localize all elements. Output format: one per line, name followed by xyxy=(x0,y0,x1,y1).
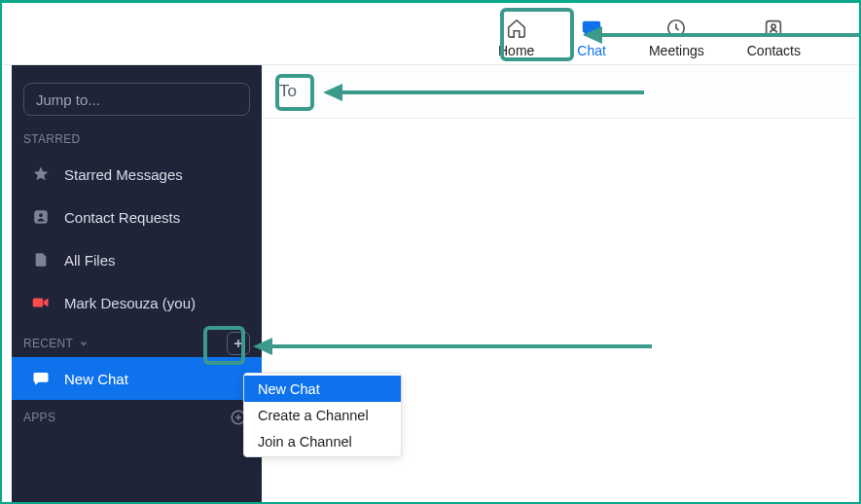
section-header-apps: APPS xyxy=(12,404,262,431)
nav-chat[interactable]: Chat xyxy=(577,18,606,58)
nav-chat-label: Chat xyxy=(577,43,606,58)
nav-home-label: Home xyxy=(498,43,534,58)
compose-to-label: To xyxy=(273,80,303,103)
star-icon xyxy=(31,164,51,184)
top-nav: Home Chat Meetings Contacts xyxy=(2,3,859,65)
nav-home[interactable]: Home xyxy=(498,18,534,58)
svg-rect-5 xyxy=(33,299,44,307)
dropdown-item-label: Create a Channel xyxy=(258,408,369,423)
sidebar-item-contact-requests[interactable]: Contact Requests xyxy=(12,196,262,238)
home-icon xyxy=(506,18,527,39)
sidebar-item-all-files[interactable]: All Files xyxy=(12,238,262,281)
sidebar-item-new-chat[interactable]: New Chat xyxy=(12,357,262,400)
person-icon xyxy=(31,207,51,227)
dropdown-item-label: Join a Channel xyxy=(258,434,352,450)
svg-point-4 xyxy=(39,213,43,217)
nav-contacts[interactable]: Contacts xyxy=(747,18,801,58)
starred-title: STARRED xyxy=(23,132,81,146)
chat-bubble-icon xyxy=(31,369,51,388)
contacts-icon xyxy=(763,18,784,39)
nav-items: Home Chat Meetings Contacts xyxy=(498,10,859,58)
sidebar-item-starred-messages[interactable]: Starred Messages xyxy=(12,153,262,196)
clock-icon xyxy=(665,18,687,39)
sidebar-item-label: Mark Desouza (you) xyxy=(64,295,196,311)
jump-to-placeholder: Jump to... xyxy=(36,91,100,108)
sidebar-item-label: Contact Requests xyxy=(64,209,180,226)
jump-to-input[interactable]: Jump to... xyxy=(23,83,250,116)
sidebar-item-label: Starred Messages xyxy=(64,166,183,183)
nav-meetings[interactable]: Meetings xyxy=(649,18,704,58)
section-header-starred: STARRED xyxy=(12,126,262,153)
dropdown-new-chat[interactable]: New Chat xyxy=(244,376,401,402)
compose-input[interactable] xyxy=(308,78,847,105)
sidebar: Jump to... STARRED Starred Messages Cont… xyxy=(12,65,262,502)
recent-add-dropdown: New Chat Create a Channel Join a Channel xyxy=(243,373,402,457)
nav-meetings-label: Meetings xyxy=(649,43,704,58)
recent-add-button[interactable] xyxy=(227,332,250,355)
nav-contacts-label: Contacts xyxy=(747,43,801,58)
sidebar-item-label: All Files xyxy=(64,252,116,269)
dropdown-join-channel[interactable]: Join a Channel xyxy=(244,428,401,454)
dropdown-item-label: New Chat xyxy=(258,381,320,397)
svg-point-2 xyxy=(771,24,775,28)
camera-icon xyxy=(31,293,51,312)
chevron-down-icon[interactable] xyxy=(79,339,89,348)
dropdown-create-channel[interactable]: Create a Channel xyxy=(244,402,401,428)
sidebar-item-you[interactable]: Mark Desouza (you) xyxy=(12,281,262,324)
file-icon xyxy=(31,250,51,270)
apps-title: APPS xyxy=(23,411,55,424)
chat-icon xyxy=(581,18,602,39)
recent-title: RECENT xyxy=(23,337,73,350)
section-header-recent: RECENT xyxy=(12,330,262,357)
annotation-arrow-plus xyxy=(253,338,652,355)
sidebar-item-label: New Chat xyxy=(64,371,128,387)
compose-bar: To xyxy=(262,65,859,119)
